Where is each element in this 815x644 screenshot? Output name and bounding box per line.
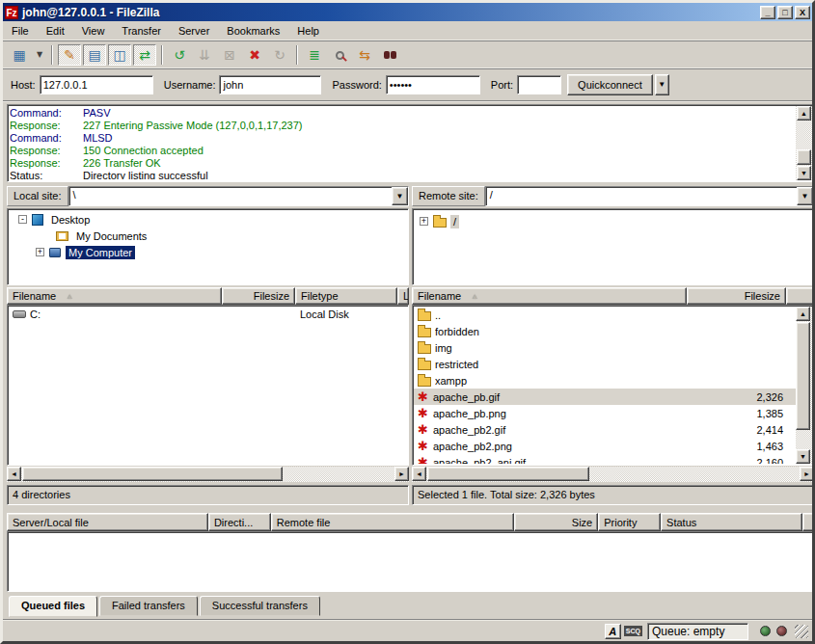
reconnect-button[interactable]: ↻ <box>268 44 291 66</box>
tree-item-desktop[interactable]: - Desktop <box>8 211 408 228</box>
scroll-down-icon[interactable]: ▼ <box>797 166 811 180</box>
tab-queued-files[interactable]: Queued files <box>9 596 97 617</box>
close-button[interactable]: X <box>795 6 810 19</box>
column-filetype[interactable]: Filetype <box>295 287 397 305</box>
toggle-message-log-button[interactable]: ✎ <box>58 44 81 66</box>
refresh-button[interactable]: ↺ <box>168 44 191 66</box>
file-row[interactable]: ✱apache_pb2.gif2,414 <box>414 421 797 438</box>
column-last-modified[interactable]: L <box>397 287 409 305</box>
expand-icon[interactable]: + <box>420 217 428 226</box>
log-scrollbar[interactable]: ▲ ▼ <box>796 106 812 180</box>
scroll-thumb[interactable] <box>427 467 589 481</box>
disconnect-button[interactable]: ✖ <box>243 44 266 66</box>
remote-site-bar: Remote site: / ▼ <box>412 186 814 206</box>
column-status[interactable]: Status <box>661 513 802 531</box>
column-filename[interactable]: Filename▲ <box>7 287 222 305</box>
scroll-up-icon[interactable]: ▲ <box>796 307 810 321</box>
title-bar[interactable]: Fz john@127.0.0.1 - FileZilla _ □ X <box>3 3 812 21</box>
menu-view[interactable]: View <box>73 23 114 39</box>
transfer-type-icon[interactable]: A <box>605 624 621 639</box>
file-search-button[interactable] <box>328 44 351 66</box>
tab-failed-transfers[interactable]: Failed transfers <box>99 596 198 616</box>
column-filesize[interactable]: Filesize <box>687 287 786 305</box>
menu-file[interactable]: File <box>3 23 38 39</box>
remote-site-combobox[interactable]: / ▼ <box>485 186 814 206</box>
file-row[interactable]: img <box>414 339 797 356</box>
menu-transfer[interactable]: Transfer <box>113 23 170 39</box>
chevron-down-icon[interactable]: ▼ <box>392 187 408 205</box>
maximize-button[interactable]: □ <box>777 6 793 19</box>
remote-tree: + / <box>412 208 814 285</box>
directory-listing-filters-button[interactable]: ≣ <box>303 44 326 66</box>
column-spacer <box>802 513 814 531</box>
column-size[interactable]: Size <box>514 513 598 531</box>
quickconnect-button[interactable]: Quickconnect <box>567 74 653 95</box>
local-file-list: C: Local Disk <box>7 305 409 466</box>
column-priority[interactable]: Priority <box>598 513 661 531</box>
toggle-transfer-queue-button[interactable]: ⇄ <box>133 44 156 66</box>
scroll-left-icon[interactable]: ◄ <box>7 467 21 481</box>
column-filename[interactable]: Filename▲ <box>412 287 687 305</box>
quickconnect-dropdown-button[interactable]: ▼ <box>655 74 669 95</box>
collapse-icon[interactable]: - <box>18 215 27 224</box>
file-row[interactable]: xampp <box>414 372 797 389</box>
local-hscrollbar[interactable]: ◄ ► <box>7 467 409 482</box>
scroll-thumb[interactable] <box>22 467 283 481</box>
scroll-down-icon[interactable]: ▼ <box>796 449 810 464</box>
file-row[interactable]: ✱apache_pb.png1,385 <box>414 405 797 421</box>
scroll-left-icon[interactable]: ◄ <box>412 467 426 481</box>
tab-successful-transfers[interactable]: Successful transfers <box>200 596 320 616</box>
folder-icon <box>418 361 431 370</box>
password-input[interactable] <box>386 75 480 94</box>
column-server-local-file[interactable]: Server/Local file <box>7 513 208 531</box>
file-row[interactable]: ✱apache_pb2_ani.gif2,160 <box>414 454 797 464</box>
speed-limits-icon[interactable]: SCQ <box>624 626 642 636</box>
resize-grip[interactable] <box>795 625 808 638</box>
refresh-icon: ↺ <box>174 48 185 62</box>
remote-site-label: Remote site: <box>412 186 485 206</box>
scroll-thumb[interactable] <box>796 322 810 430</box>
remote-hscrollbar[interactable]: ◄ ► <box>412 467 814 482</box>
scroll-up-icon[interactable]: ▲ <box>797 106 811 121</box>
scroll-right-icon[interactable]: ► <box>800 467 814 481</box>
message-log-icon: ✎ <box>64 48 75 62</box>
file-row[interactable]: ✱apache_pb2.png1,463 <box>414 438 797 454</box>
scroll-thumb[interactable] <box>797 149 811 165</box>
remote-vscrollbar[interactable]: ▲ ▼ <box>796 307 812 464</box>
username-input[interactable] <box>219 75 321 94</box>
site-manager-button[interactable]: ▦ <box>8 44 31 66</box>
site-manager-dropdown-button[interactable]: ▼ <box>33 44 46 66</box>
file-row[interactable]: restricted <box>414 356 797 372</box>
file-row[interactable]: C: Local Disk <box>8 306 408 322</box>
column-direction[interactable]: Directi... <box>208 513 271 531</box>
file-row[interactable]: forbidden <box>414 323 797 339</box>
password-label: Password: <box>332 79 381 91</box>
tree-item-root[interactable]: + / <box>413 213 813 229</box>
toggle-remote-tree-button[interactable]: ◫ <box>108 44 131 66</box>
message-log-lines: Command:PASV Response:227 Entering Passi… <box>10 107 795 179</box>
port-label: Port: <box>491 79 513 91</box>
synchronized-browsing-button[interactable]: ⇆ <box>353 44 376 66</box>
tree-item-my-documents[interactable]: My Documents <box>8 228 408 244</box>
column-filesize[interactable]: Filesize <box>222 287 295 305</box>
tree-item-my-computer[interactable]: + My Computer <box>8 244 408 260</box>
minimize-button[interactable]: _ <box>760 6 775 19</box>
chevron-down-icon: ▼ <box>37 48 42 62</box>
menu-server[interactable]: Server <box>170 23 218 39</box>
compare-directories-button[interactable] <box>378 44 401 66</box>
file-row-selected[interactable]: ✱apache_pb.gif2,326 <box>414 389 797 405</box>
menu-edit[interactable]: Edit <box>38 23 73 39</box>
local-site-combobox[interactable]: \ ▼ <box>68 186 409 206</box>
process-queue-button[interactable]: ⇊ <box>193 44 216 66</box>
cancel-button[interactable]: ⊠ <box>218 44 241 66</box>
toggle-local-tree-button[interactable]: ▤ <box>83 44 106 66</box>
menu-help[interactable]: Help <box>288 23 328 39</box>
port-input[interactable] <box>517 75 561 94</box>
column-remote-file[interactable]: Remote file <box>271 513 515 531</box>
chevron-down-icon[interactable]: ▼ <box>797 187 813 205</box>
menu-bookmarks[interactable]: Bookmarks <box>218 23 288 39</box>
host-input[interactable] <box>40 75 153 94</box>
file-row[interactable]: .. <box>414 307 797 323</box>
expand-icon[interactable]: + <box>36 248 44 256</box>
scroll-right-icon[interactable]: ► <box>394 467 409 481</box>
